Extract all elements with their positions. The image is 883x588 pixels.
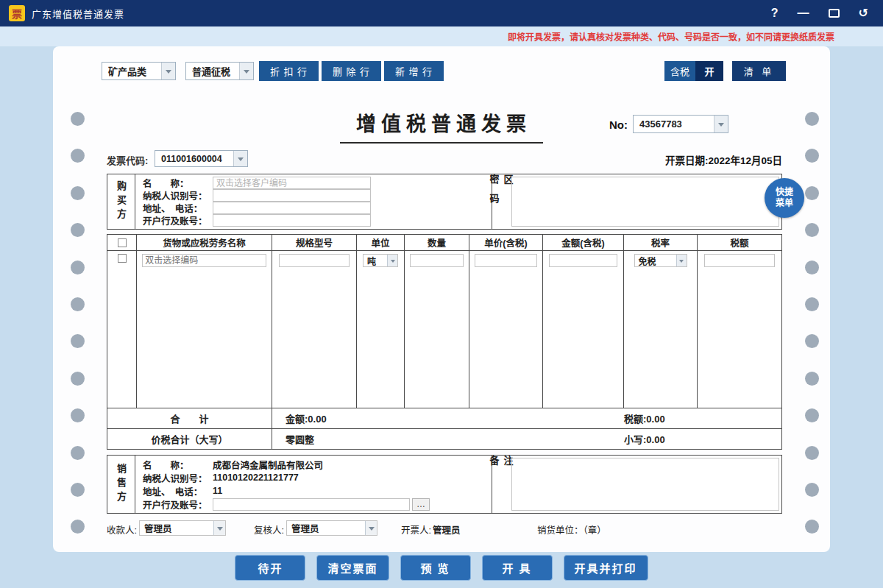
add-row-button[interactable]: 新 增 行	[384, 61, 444, 81]
select-all-checkbox[interactable]	[118, 238, 127, 247]
category-select-value: 矿产品类	[108, 64, 146, 78]
item-unit-value: 吨	[367, 255, 376, 267]
remark-zone	[509, 456, 781, 513]
perforation-hole	[71, 112, 85, 126]
item-price-input[interactable]	[475, 254, 536, 267]
tax-included-toggle[interactable]: 含税 开	[664, 61, 723, 81]
perforation-hole	[805, 297, 819, 311]
seller-name-value: 成都台鸿金属制品有限公司	[213, 458, 323, 472]
chevron-down-icon	[714, 116, 728, 132]
reviewer-value: 管理员	[291, 521, 319, 535]
buyer-section: 购买方 名 称： 纳税人识别号： 地址、 电话： 开户行及账号： 密码区	[107, 174, 782, 230]
perforation-hole	[71, 483, 85, 497]
app-window: 票 广东增值税普通发票 ? — ↺ 即将开具发票，请认真核对发票种类、代码、号码…	[0, 0, 883, 588]
buyer-taxid-input[interactable]	[213, 189, 371, 202]
buyer-fields: 名 称： 纳税人识别号： 地址、 电话： 开户行及账号：	[135, 174, 492, 229]
perforation-hole	[805, 520, 819, 534]
reviewer-select[interactable]: 管理员	[286, 520, 377, 536]
item-taxrate-select[interactable]: 免税	[634, 254, 687, 267]
chevron-down-icon	[387, 255, 397, 266]
tax-included-label: 含税	[664, 61, 695, 81]
category-select[interactable]: 矿产品类	[102, 62, 176, 80]
window-title: 广东增值税普通发票	[32, 7, 124, 21]
item-name-input[interactable]	[142, 254, 266, 267]
ellipsis-button[interactable]: …	[412, 498, 430, 511]
invoice-no-select[interactable]: 43567783	[633, 115, 728, 133]
list-button[interactable]: 清 单	[732, 61, 786, 81]
seller-bank-label: 开户行及账号：	[143, 497, 213, 511]
seller-address-label: 地址、 电话：	[143, 484, 213, 498]
seller-bank-input[interactable]	[213, 498, 410, 511]
remark-box[interactable]	[511, 458, 779, 511]
perforation-hole	[71, 334, 85, 348]
invoice-code-select[interactable]: 011001600004	[155, 150, 248, 167]
password-zone-box	[511, 177, 779, 227]
perforation-hole	[71, 297, 85, 311]
drawer-label: 开票人:	[401, 523, 431, 536]
issue-button[interactable]: 开 具	[482, 555, 553, 581]
item-amount-cell	[543, 251, 624, 272]
discount-row-button[interactable]: 折 扣 行	[259, 61, 319, 81]
invoice-no-label: No:	[609, 118, 628, 131]
perforation-hole	[805, 334, 819, 348]
grand-total-words: 零圆整	[286, 432, 314, 446]
perforation-hole	[805, 483, 819, 497]
item-tax-input[interactable]	[704, 254, 776, 267]
buyer-side-label: 购买方	[107, 174, 135, 229]
item-qty-input[interactable]	[410, 254, 464, 267]
buyer-bank-input[interactable]	[213, 214, 371, 227]
window-controls: ? — ↺	[771, 7, 868, 19]
perforation-hole	[71, 261, 85, 274]
seller-taxid-value: 11010120221121777	[213, 472, 299, 483]
maximize-icon[interactable]	[829, 9, 840, 18]
preview-button[interactable]: 预 览	[400, 555, 471, 581]
perforation-hole	[805, 149, 819, 163]
row-checkbox[interactable]	[118, 254, 127, 263]
quick-menu-button[interactable]: 快捷菜单	[765, 178, 804, 218]
select-all-cell	[107, 235, 137, 251]
subtotal-amount: 金额:0.00	[286, 411, 327, 425]
action-bar: 待开 清空票面 预 览 开 具 开具并打印	[0, 555, 883, 581]
issue-and-print-button[interactable]: 开具并打印	[564, 555, 648, 581]
invoice-date: 开票日期:2022年12月05日	[665, 152, 782, 167]
col-header-tax: 税额	[698, 235, 781, 251]
seller-address-value: 11	[213, 486, 222, 496]
help-icon[interactable]: ?	[771, 7, 779, 19]
warning-text: 即将开具发票，请认真核对发票种类、代码、号码是否一致，如不同请更换纸质发票	[508, 30, 834, 43]
col-header-unit: 单位	[357, 235, 405, 251]
perforation-hole	[71, 223, 85, 237]
seller-side-label: 销售方	[107, 456, 135, 513]
pending-button[interactable]: 待开	[235, 555, 305, 581]
grand-total-numeric: 小写:0.00	[624, 432, 665, 446]
buyer-name-input[interactable]	[213, 177, 371, 189]
chevron-down-icon	[365, 521, 377, 535]
perforation-hole	[71, 446, 85, 460]
warning-bar: 即将开具发票，请认真核对发票种类、代码、号码是否一致，如不同请更换纸质发票	[0, 26, 883, 46]
perforation-hole	[71, 186, 85, 200]
item-spec-input[interactable]	[279, 254, 350, 267]
delete-row-button[interactable]: 删 除 行	[322, 61, 381, 81]
perforation-hole	[805, 408, 819, 422]
payee-select[interactable]: 管理员	[139, 520, 226, 536]
perforation-hole	[805, 261, 819, 274]
stamp-label: 销货单位：（章）	[537, 523, 606, 536]
tax-mode-select[interactable]: 普通征税	[185, 62, 254, 80]
chevron-down-icon	[676, 255, 687, 266]
item-unit-select[interactable]: 吨	[363, 254, 398, 267]
col-header-amount: 金额(含税)	[543, 235, 624, 251]
perforation-hole	[71, 372, 85, 386]
perforation-hole	[71, 149, 85, 163]
payee-value: 管理员	[144, 521, 172, 535]
row-select-cell	[107, 251, 137, 272]
col-header-name: 货物或应税劳务名称	[137, 235, 272, 251]
clear-form-button[interactable]: 清空票面	[316, 555, 389, 581]
buyer-address-input[interactable]	[213, 202, 371, 214]
invoice-code-label: 发票代码:	[107, 153, 148, 167]
chevron-down-icon	[239, 63, 253, 79]
subtotal-label: 合 计	[107, 408, 272, 428]
perforation-hole	[805, 112, 819, 126]
col-header-qty: 数量	[405, 235, 469, 251]
minimize-icon[interactable]: —	[798, 7, 809, 19]
item-amount-input[interactable]	[549, 254, 617, 267]
undo-icon[interactable]: ↺	[859, 7, 868, 19]
